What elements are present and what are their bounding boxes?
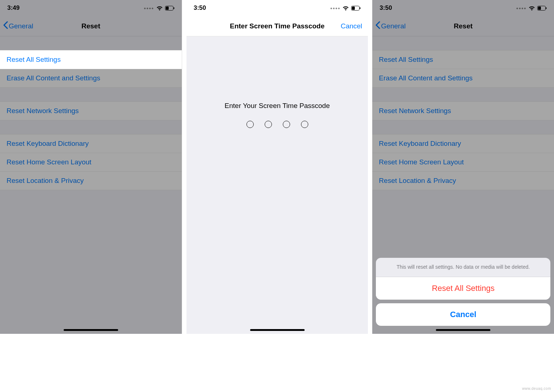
nav-bar: General Reset [0, 16, 182, 36]
cancel-button[interactable]: Cancel [341, 22, 362, 30]
list-group: Reset Keyboard Dictionary Reset Home Scr… [372, 134, 554, 190]
screen-passcode-entry: 3:50 ●●●● Enter Screen Time Passcode Can… [186, 0, 368, 334]
nav-bar: Enter Screen Time Passcode Cancel [186, 16, 368, 36]
passcode-dot [283, 121, 290, 128]
row-reset-keyboard[interactable]: Reset Keyboard Dictionary [0, 134, 182, 153]
status-bar: 3:50 ●●●● [372, 0, 554, 16]
row-reset-location-privacy[interactable]: Reset Location & Privacy [372, 172, 554, 190]
status-time: 3:49 [7, 4, 20, 12]
action-sheet-card: This will reset all settings. No data or… [376, 258, 550, 300]
back-button[interactable]: General [375, 21, 406, 31]
action-sheet-cancel-button[interactable]: Cancel [376, 303, 550, 326]
passcode-dot [246, 121, 254, 128]
passcode-prompt: Enter Your Screen Time Passcode [186, 102, 368, 110]
row-reset-all-settings[interactable]: Reset All Settings [0, 50, 182, 69]
list-group: Reset All Settings Erase All Content and… [372, 50, 554, 88]
wifi-icon [529, 6, 535, 11]
row-reset-home-layout[interactable]: Reset Home Screen Layout [0, 153, 182, 172]
row-reset-all-settings[interactable]: Reset All Settings [372, 50, 554, 69]
list-group: Reset Keyboard Dictionary Reset Home Scr… [0, 134, 182, 190]
list-group: Reset Network Settings [372, 101, 554, 120]
battery-icon [165, 6, 174, 11]
passcode-dot [301, 121, 308, 128]
cellular-dots-icon: ●●●● [330, 6, 340, 10]
back-label: General [9, 22, 33, 30]
action-sheet-message: This will reset all settings. No data or… [376, 258, 550, 277]
action-sheet: This will reset all settings. No data or… [376, 258, 550, 326]
back-button[interactable]: General [3, 21, 33, 31]
row-reset-network[interactable]: Reset Network Settings [0, 101, 182, 120]
home-indicator[interactable] [250, 329, 305, 331]
row-erase-all-content[interactable]: Erase All Content and Settings [0, 69, 182, 88]
chevron-left-icon [375, 21, 380, 31]
back-label: General [381, 22, 406, 30]
cellular-dots-icon: ●●●● [144, 6, 154, 10]
status-time: 3:50 [380, 4, 392, 12]
row-reset-location-privacy[interactable]: Reset Location & Privacy [0, 172, 182, 190]
svg-rect-4 [352, 7, 355, 10]
home-indicator[interactable] [436, 329, 490, 331]
nav-bar: General Reset [372, 16, 554, 36]
row-reset-network[interactable]: Reset Network Settings [372, 101, 554, 120]
watermark: www.deuaq.com [522, 387, 551, 391]
svg-rect-1 [166, 7, 169, 10]
passcode-panel: Enter Your Screen Time Passcode [186, 36, 368, 334]
battery-icon [537, 6, 547, 11]
passcode-dot [265, 121, 272, 128]
svg-rect-8 [546, 7, 547, 9]
status-bar: 3:50 ●●●● [186, 0, 368, 16]
home-indicator[interactable] [64, 329, 118, 331]
list-group: Reset Network Settings [0, 101, 182, 120]
wifi-icon [342, 6, 349, 11]
screen-reset-confirm: 3:50 ●●●● General Reset Reset All Settin… [372, 0, 554, 334]
row-reset-home-layout[interactable]: Reset Home Screen Layout [372, 153, 554, 172]
svg-rect-7 [538, 7, 541, 10]
wifi-icon [156, 6, 163, 11]
chevron-left-icon [3, 21, 8, 31]
svg-rect-5 [360, 7, 361, 9]
nav-title: Enter Screen Time Passcode [230, 22, 325, 30]
cellular-dots-icon: ●●●● [516, 6, 526, 10]
row-erase-all-content[interactable]: Erase All Content and Settings [372, 69, 554, 88]
row-reset-keyboard[interactable]: Reset Keyboard Dictionary [372, 134, 554, 153]
passcode-dots[interactable] [186, 121, 368, 128]
list-group: Reset All Settings Erase All Content and… [0, 50, 182, 88]
action-sheet-reset-button[interactable]: Reset All Settings [376, 277, 550, 300]
status-bar: 3:49 ●●●● [0, 0, 182, 16]
svg-rect-2 [173, 7, 174, 9]
nav-title: Reset [454, 22, 473, 30]
battery-icon [351, 6, 361, 11]
nav-title: Reset [81, 22, 100, 30]
status-time: 3:50 [194, 4, 206, 12]
screen-reset-list-dimmed: 3:49 ●●●● General Reset Reset All Settin… [0, 0, 182, 334]
